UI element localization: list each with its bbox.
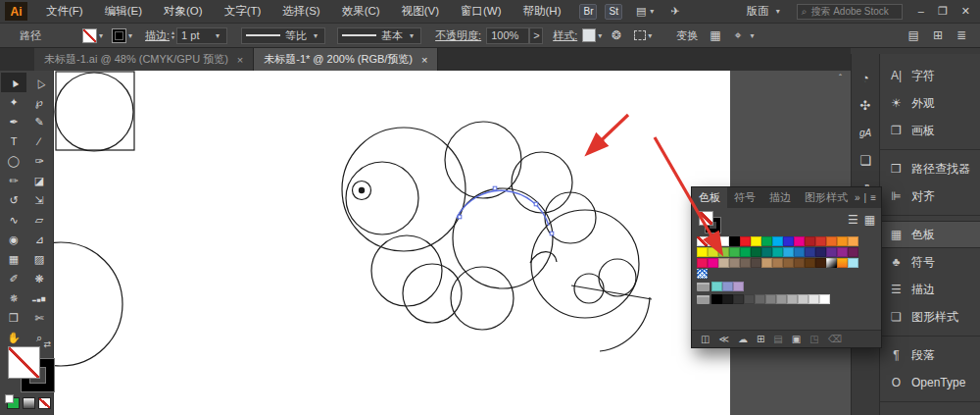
- swatch[interactable]: [708, 247, 718, 257]
- control-bar-icon[interactable]: ▤: [908, 28, 919, 42]
- gradient-mode-button[interactable]: [23, 397, 35, 409]
- shaper-tool[interactable]: ✏: [1, 171, 26, 190]
- width-tool[interactable]: ∿: [1, 210, 26, 230]
- transform-link[interactable]: 变换: [676, 28, 698, 43]
- swatch[interactable]: [751, 247, 761, 257]
- cc-libraries-icon[interactable]: ≪: [718, 334, 728, 344]
- shape-builder-tool[interactable]: ◉: [1, 230, 26, 249]
- brush-definition-dropdown[interactable]: 基本 ▾: [337, 27, 421, 44]
- swatches-tab-描边[interactable]: 描边: [762, 187, 798, 208]
- swatch[interactable]: [837, 236, 848, 246]
- swatch[interactable]: [729, 247, 740, 257]
- swatch[interactable]: [808, 294, 819, 304]
- restore-button[interactable]: ❐: [938, 5, 948, 18]
- swatch[interactable]: [848, 236, 858, 246]
- swatch[interactable]: [848, 258, 858, 268]
- swatch[interactable]: [722, 282, 733, 291]
- brushes-icon[interactable]: ◔: [852, 64, 879, 91]
- control-bar-icon[interactable]: ⊞: [933, 28, 943, 42]
- swatch[interactable]: [826, 258, 837, 268]
- ellipse-tool[interactable]: ◯: [1, 151, 26, 171]
- control-bar-icon[interactable]: ≣: [956, 28, 966, 42]
- swatches-tab-色板[interactable]: 色板: [692, 187, 727, 208]
- swatch[interactable]: [711, 282, 722, 291]
- swatch[interactable]: [772, 258, 783, 268]
- stroke-weight-stepper[interactable]: ▴▾: [172, 30, 174, 40]
- swatch[interactable]: [819, 294, 830, 304]
- menu-item[interactable]: 文字(T): [214, 4, 272, 19]
- swatch[interactable]: [805, 247, 815, 257]
- swatch[interactable]: [708, 236, 718, 246]
- add-cloud-icon[interactable]: ☁: [738, 334, 748, 344]
- document-tab[interactable]: 未标题-1* @ 200% (RGB/预览)×: [254, 48, 438, 71]
- share-button[interactable]: ✈: [670, 5, 679, 18]
- opacity-more-button[interactable]: >: [529, 27, 543, 44]
- bridge-button[interactable]: Br: [579, 4, 597, 20]
- recolor-artwork-icon[interactable]: ❂: [612, 28, 621, 42]
- grid-view-icon[interactable]: ▦: [864, 213, 875, 227]
- panel-tab-对齐[interactable]: ⊫对齐: [880, 182, 980, 210]
- swatch[interactable]: [787, 294, 798, 304]
- stroke-color-swatch[interactable]: [112, 28, 126, 43]
- panel-tab-字符[interactable]: A|字符: [880, 62, 980, 89]
- select-similar-icon[interactable]: ⌖: [735, 28, 742, 42]
- swatch[interactable]: [751, 236, 761, 246]
- color-group-folder-icon[interactable]: [697, 283, 710, 291]
- close-tab-icon[interactable]: ×: [237, 54, 243, 66]
- swatch[interactable]: [772, 236, 783, 246]
- panel-tab-图形样式[interactable]: ❏图形样式: [880, 303, 980, 331]
- eraser-tool[interactable]: ◪: [26, 171, 52, 190]
- opacity-link[interactable]: 不透明度:: [435, 28, 481, 43]
- panel-tab-符号[interactable]: ♣符号: [880, 248, 980, 276]
- swatch[interactable]: [772, 247, 783, 257]
- graphic-styles-strip-icon[interactable]: ❏: [852, 146, 879, 174]
- stock-search-input[interactable]: ⌕ 搜索 Adobe Stock: [797, 4, 903, 20]
- stroke-link[interactable]: 描边:: [145, 28, 170, 43]
- panel-tab-路径查找器[interactable]: ❒路径查找器: [880, 155, 980, 182]
- fill-indicator-none[interactable]: [8, 346, 40, 379]
- mesh-tool[interactable]: ▦: [1, 249, 26, 269]
- menu-item[interactable]: 选择(S): [271, 4, 330, 19]
- swap-fill-stroke-icon[interactable]: ⇄: [43, 339, 51, 349]
- swatch[interactable]: [805, 236, 815, 246]
- swatch[interactable]: [733, 294, 744, 304]
- swatch[interactable]: [697, 269, 708, 279]
- swatch-libraries-icon[interactable]: ◫: [701, 334, 710, 344]
- swatch[interactable]: [751, 258, 761, 268]
- close-tab-icon[interactable]: ×: [421, 54, 427, 66]
- swatch[interactable]: [722, 294, 733, 304]
- swatch[interactable]: [794, 258, 805, 268]
- graph-tool[interactable]: ▂▄▆: [26, 288, 52, 308]
- panel-menu-icon[interactable]: ≡: [870, 192, 876, 203]
- swatch[interactable]: [826, 247, 837, 257]
- swatches-tab-图形样式[interactable]: 图形样式: [798, 187, 855, 208]
- minimize-button[interactable]: –: [918, 5, 924, 18]
- pen-tool[interactable]: ✒: [1, 112, 26, 131]
- color-guide-icon[interactable]: ✣: [852, 91, 879, 119]
- swatch[interactable]: [783, 247, 794, 257]
- panel-tab-描边[interactable]: ☰描边: [880, 276, 980, 303]
- swatch[interactable]: [740, 236, 751, 246]
- list-view-icon[interactable]: ☰: [848, 213, 858, 227]
- menu-item[interactable]: 文件(F): [35, 4, 94, 19]
- swatch[interactable]: [697, 258, 708, 268]
- menu-item[interactable]: 窗口(W): [450, 4, 513, 19]
- collapse-chevron-icon[interactable]: ˆ: [839, 73, 842, 82]
- selection-tool[interactable]: ▲: [1, 73, 26, 92]
- swatch[interactable]: [815, 247, 826, 257]
- menu-item[interactable]: 对象(O): [153, 4, 214, 19]
- swatch[interactable]: [837, 258, 848, 268]
- artboard-tool[interactable]: ❒: [1, 308, 26, 328]
- swatch[interactable]: [740, 258, 751, 268]
- menu-item[interactable]: 帮助(H): [513, 4, 572, 19]
- workspace-switcher[interactable]: ▤ ▾: [636, 5, 657, 18]
- default-fill-stroke-icon[interactable]: [5, 394, 14, 403]
- document-tab[interactable]: 未标题-1.ai @ 48% (CMYK/GPU 预览)×: [34, 48, 254, 71]
- swatch[interactable]: [826, 236, 837, 246]
- panel-more-icon[interactable]: »: [855, 192, 860, 203]
- color-group-folder-icon[interactable]: [697, 295, 710, 304]
- eyedropper-tool[interactable]: ✐: [1, 269, 26, 288]
- slice-tool[interactable]: ✄: [26, 308, 52, 328]
- artboard-canvas[interactable]: [54, 71, 730, 415]
- swatch[interactable]: [783, 236, 794, 246]
